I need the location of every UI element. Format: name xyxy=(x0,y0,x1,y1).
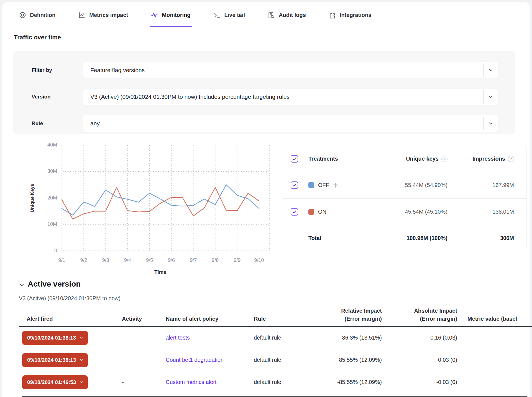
alert-rule: default rule xyxy=(248,357,296,363)
monitoring-page: Definition Metrics impact Monitoring Liv… xyxy=(0,0,532,397)
x-tick-label: 9/10 xyxy=(254,257,264,263)
off-impressions: 167.99M xyxy=(447,182,514,188)
tab-bar: Definition Metrics impact Monitoring Liv… xyxy=(2,4,528,27)
impressions-column-header: Impressions xyxy=(472,156,505,162)
col-rule: Rule xyxy=(248,315,296,323)
off-unique-keys: 55.44M (54.90%) xyxy=(362,182,447,188)
treatments-card: Treatments Unique keys? Impressions? OFF… xyxy=(283,146,526,251)
traffic-line-chart xyxy=(62,145,270,251)
total-unique-keys: 100.98M (100%) xyxy=(362,235,447,241)
page-card: Definition Metrics impact Monitoring Liv… xyxy=(2,2,530,397)
unique-keys-help-icon[interactable]: ? xyxy=(441,156,447,162)
version-label: Version xyxy=(32,94,83,100)
x-tick-label: 9/5 xyxy=(146,257,153,263)
treatment-name: ON xyxy=(318,209,326,215)
tab-monitoring[interactable]: Monitoring xyxy=(150,4,191,27)
tab-label: Integrations xyxy=(340,12,371,18)
tab-integrations[interactable]: Integrations xyxy=(328,4,372,27)
treatment-row-on: ON 45.54M (45.10%) 138.01M xyxy=(283,199,526,225)
x-tick-label: 9/8 xyxy=(212,257,219,263)
alerts-header-row: Alert fired Activity Name of alert polic… xyxy=(19,307,532,327)
live-tail-icon xyxy=(213,11,221,19)
alert-row: 09/10/2024 01:38:13 - alert tests defaul… xyxy=(19,327,532,349)
off-series-swatch xyxy=(308,182,314,188)
tab-label: Audit logs xyxy=(279,12,306,18)
active-version-subtitle: V3 (Active) (09/10/2024 01:30PM to now) xyxy=(19,295,121,302)
treatment-name: OFF xyxy=(318,182,329,188)
chevron-down-icon[interactable] xyxy=(484,67,498,73)
impressions-help-icon[interactable]: ? xyxy=(508,156,514,162)
metrics-impact-icon xyxy=(78,11,86,19)
tab-label: Metrics impact xyxy=(89,12,128,18)
alert-fired-button[interactable]: 09/10/2024 01:38:13 xyxy=(22,331,88,345)
on-checkbox[interactable] xyxy=(291,208,308,216)
col-alert-fired: Alert fired xyxy=(19,315,115,323)
alert-relative-impact: -86.3% (13.51%) xyxy=(296,335,382,341)
definition-icon xyxy=(19,11,26,19)
tab-definition[interactable]: Definition xyxy=(18,4,57,27)
collapse-chevron-icon[interactable] xyxy=(19,282,25,288)
alerts-table: Alert fired Activity Name of alert polic… xyxy=(19,307,532,393)
tab-audit-logs[interactable]: Audit logs xyxy=(267,4,307,27)
y-tick-label: 0 xyxy=(10,248,57,254)
alert-fired-button[interactable]: 09/10/2024 01:38:13 xyxy=(22,353,88,367)
tab-label: Definition xyxy=(30,12,55,18)
alert-fired-button[interactable]: 09/10/2024 01:46:53 xyxy=(22,375,88,389)
alert-relative-impact: -85.55% (12.09%) xyxy=(296,379,382,385)
filter-row-rule: Rule any xyxy=(13,115,515,132)
chevron-down-icon[interactable] xyxy=(484,121,498,126)
active-version-header[interactable]: Active version xyxy=(19,280,81,289)
x-tick-label: 9/1 xyxy=(58,257,65,263)
col-activity: Activity xyxy=(115,315,159,323)
total-label: Total xyxy=(308,235,362,241)
treatments-column-header: Treatments xyxy=(308,156,362,162)
x-tick-label: 9/3 xyxy=(102,257,109,263)
y-tick-label: 20M xyxy=(10,195,57,201)
x-tick-label: 9/4 xyxy=(124,257,131,263)
alert-absolute-impact: -0.16 (0.03) xyxy=(382,335,457,341)
rule-value: any xyxy=(83,120,483,127)
filter-by-value: Feature flag versions xyxy=(83,67,483,74)
x-tick-label: 9/6 xyxy=(168,257,175,263)
alert-policy-link[interactable]: alert tests xyxy=(166,335,190,341)
rule-label: Rule xyxy=(32,120,83,127)
horizontal-scrollbar[interactable] xyxy=(22,396,527,397)
alert-rule: default rule xyxy=(248,379,296,385)
filter-row-version: Version V3 (Active) (09/01/2024 01:30PM … xyxy=(13,88,515,105)
tab-label: Monitoring xyxy=(162,12,190,18)
tab-live-tail[interactable]: Live tail xyxy=(212,4,246,27)
frozen-asterisk-icon xyxy=(333,183,338,188)
filter-by-label: Filter by xyxy=(32,67,83,73)
alert-policy-link[interactable]: Count bet1 degradation xyxy=(166,357,224,363)
y-tick-label: 40M xyxy=(10,142,57,148)
unique-keys-column-header: Unique keys xyxy=(406,156,439,162)
chevron-down-icon xyxy=(79,336,83,340)
active-version-title: Active version xyxy=(28,280,81,289)
x-tick-label: 9/2 xyxy=(80,257,87,263)
off-checkbox[interactable] xyxy=(291,181,308,189)
on-impressions: 138.01M xyxy=(447,209,514,215)
chevron-down-icon xyxy=(79,358,83,362)
alert-rule: default rule xyxy=(248,335,296,341)
filter-by-select[interactable]: Feature flag versions xyxy=(83,62,498,79)
x-tick-label: 9/7 xyxy=(190,257,197,263)
alert-row: 09/10/2024 01:46:53 - Custom metrics ale… xyxy=(19,371,532,393)
alert-metric-value: 0.03 ( xyxy=(457,379,532,385)
rule-select[interactable]: any xyxy=(83,115,498,132)
tab-metrics-impact[interactable]: Metrics impact xyxy=(77,4,129,27)
alert-policy-link[interactable]: Custom metrics alert xyxy=(166,379,216,385)
treatment-row-off: OFF 55.44M (54.90%) 167.99M xyxy=(283,172,526,199)
col-absolute-impact: Absolute Impact(Error margin) xyxy=(382,307,457,323)
alert-activity: - xyxy=(115,357,159,363)
tab-label: Live tail xyxy=(224,12,245,18)
select-all-checkbox[interactable] xyxy=(291,155,308,163)
monitoring-icon xyxy=(151,11,158,19)
alert-absolute-impact: -0.03 (0) xyxy=(382,357,457,363)
integrations-icon xyxy=(329,11,336,19)
version-select[interactable]: V3 (Active) (09/01/2024 01:30PM to now) … xyxy=(83,88,498,105)
x-tick-label: 9/9 xyxy=(234,257,241,263)
alert-metric-value: 0.03 ( xyxy=(457,357,532,363)
alert-metric-value: 0.19 ( xyxy=(457,335,532,341)
chevron-down-icon[interactable] xyxy=(484,94,498,100)
col-policy: Name of alert policy xyxy=(159,315,248,323)
